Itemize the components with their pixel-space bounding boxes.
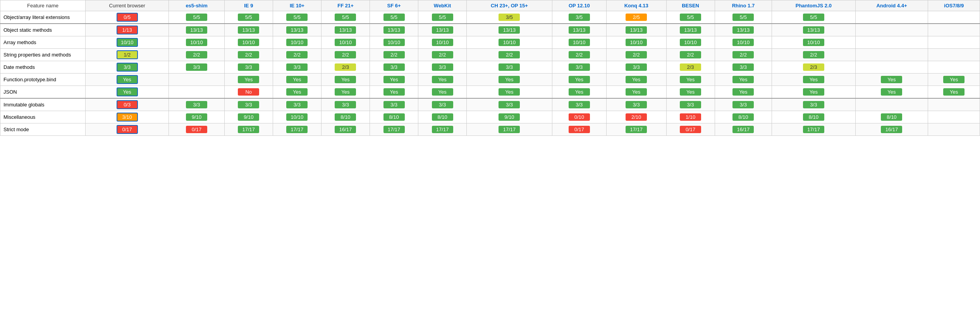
cell-rhino: 8/10 — [715, 111, 772, 123]
op12-header: OP 12.10 — [552, 0, 606, 11]
cell-ie10: 2/2 — [273, 49, 321, 61]
cell-es5: 10/10 — [169, 36, 224, 49]
cell-rhino: 5/5 — [715, 11, 772, 24]
cell-ff21: 10/10 — [321, 36, 370, 49]
cell-ie10: 13/13 — [273, 24, 321, 36]
cell-op12: 2/2 — [552, 49, 606, 61]
cell-op12: 13/13 — [552, 24, 606, 36]
cell-op12: 0/10 — [552, 111, 606, 123]
cell-webkit: 3/3 — [418, 98, 467, 111]
cell-android — [855, 24, 928, 36]
cell-ie9: 13/13 — [224, 24, 273, 36]
cell-op12: Yes — [552, 74, 606, 86]
ie10-header: IE 10+ — [273, 0, 321, 11]
cell-besen: 2/2 — [666, 49, 715, 61]
cell-ie9: 5/5 — [224, 11, 273, 24]
cell-sf6: 13/13 — [370, 24, 418, 36]
cell-ff21: 5/5 — [321, 11, 370, 24]
table-row: String properties and methods1/22/22/22/… — [0, 49, 980, 61]
cell-konq: 3/3 — [606, 61, 666, 74]
cell-current: 10/10 — [86, 36, 169, 49]
cell-phantomjs: 5/5 — [772, 11, 855, 24]
cell-current: 3/3 — [86, 61, 169, 74]
cell-ie9: No — [224, 86, 273, 99]
cell-rhino: 2/2 — [715, 49, 772, 61]
table-row: Array methods10/1010/1010/1010/1010/1010… — [0, 36, 980, 49]
cell-webkit: 17/17 — [418, 123, 467, 136]
cell-android — [855, 11, 928, 24]
cell-besen: 1/10 — [666, 111, 715, 123]
cell-webkit: 10/10 — [418, 36, 467, 49]
besen-header: BESEN — [666, 0, 715, 11]
cell-webkit: 2/2 — [418, 49, 467, 61]
cell-android: Yes — [855, 74, 928, 86]
cell-rhino: 16/17 — [715, 123, 772, 136]
ie9-header: IE 9 — [224, 0, 273, 11]
cell-sf6: 8/10 — [370, 111, 418, 123]
feature-name: Strict mode — [0, 123, 86, 136]
cell-ff21: 2/2 — [321, 49, 370, 61]
cell-es5: 0/17 — [169, 123, 224, 136]
cell-sf6: 2/2 — [370, 49, 418, 61]
es5-shim-header: es5-shim — [169, 0, 224, 11]
cell-konq: 10/10 — [606, 36, 666, 49]
ch23-header: CH 23+, OP 15+ — [467, 0, 552, 11]
cell-webkit: 8/10 — [418, 111, 467, 123]
cell-besen: 0/17 — [666, 123, 715, 136]
cell-ch23: 3/3 — [467, 98, 552, 111]
cell-ie10: 5/5 — [273, 11, 321, 24]
cell-phantomjs: 13/13 — [772, 24, 855, 36]
cell-konq: Yes — [606, 74, 666, 86]
cell-besen: 2/3 — [666, 61, 715, 74]
cell-sf6: 5/5 — [370, 11, 418, 24]
cell-webkit: 13/13 — [418, 24, 467, 36]
cell-ie9: 9/10 — [224, 111, 273, 123]
cell-current: 0/3 — [86, 98, 169, 111]
cell-android: Yes — [855, 86, 928, 99]
cell-besen: 3/3 — [666, 98, 715, 111]
table-row: Date methods3/33/33/33/32/33/33/33/33/33… — [0, 61, 980, 74]
konq-header: Konq 4.13 — [606, 0, 666, 11]
cell-ff21: 8/10 — [321, 111, 370, 123]
cell-phantomjs: 2/3 — [772, 61, 855, 74]
cell-ff21: 13/13 — [321, 24, 370, 36]
cell-sf6: 17/17 — [370, 123, 418, 136]
cell-ie10: 3/3 — [273, 61, 321, 74]
feature-name: Object static methods — [0, 24, 86, 36]
ios-header: iOS7/8/9 — [928, 0, 980, 11]
cell-op12: 0/17 — [552, 123, 606, 136]
cell-rhino: Yes — [715, 86, 772, 99]
cell-rhino: 10/10 — [715, 36, 772, 49]
cell-ch23: 2/2 — [467, 49, 552, 61]
cell-ios — [928, 98, 980, 111]
current-browser-header: Current browser — [86, 0, 169, 11]
cell-es5 — [169, 86, 224, 99]
sf6-header: SF 6+ — [370, 0, 418, 11]
cell-konq: 2/10 — [606, 111, 666, 123]
cell-konq: Yes — [606, 86, 666, 99]
cell-konq: 3/3 — [606, 98, 666, 111]
cell-sf6: 3/3 — [370, 61, 418, 74]
cell-android: 16/17 — [855, 123, 928, 136]
cell-sf6: Yes — [370, 86, 418, 99]
cell-ch23: 17/17 — [467, 123, 552, 136]
cell-besen: 10/10 — [666, 36, 715, 49]
cell-ie9: 2/2 — [224, 49, 273, 61]
cell-ios — [928, 49, 980, 61]
cell-ios: Yes — [928, 86, 980, 99]
phantomjs-header: PhantomJS 2.0 — [772, 0, 855, 11]
cell-konq: 2/2 — [606, 49, 666, 61]
cell-current: 1/13 — [86, 24, 169, 36]
feature-header: Feature name — [0, 0, 86, 11]
cell-phantomjs: 10/10 — [772, 36, 855, 49]
cell-op12: 10/10 — [552, 36, 606, 49]
feature-name: JSON — [0, 86, 86, 99]
cell-phantomjs: 2/2 — [772, 49, 855, 61]
cell-ch23: 9/10 — [467, 111, 552, 123]
cell-besen: 5/5 — [666, 11, 715, 24]
cell-current: 0/5 — [86, 11, 169, 24]
cell-rhino: 3/3 — [715, 98, 772, 111]
feature-name: Date methods — [0, 61, 86, 74]
cell-besen: Yes — [666, 74, 715, 86]
cell-ios — [928, 111, 980, 123]
